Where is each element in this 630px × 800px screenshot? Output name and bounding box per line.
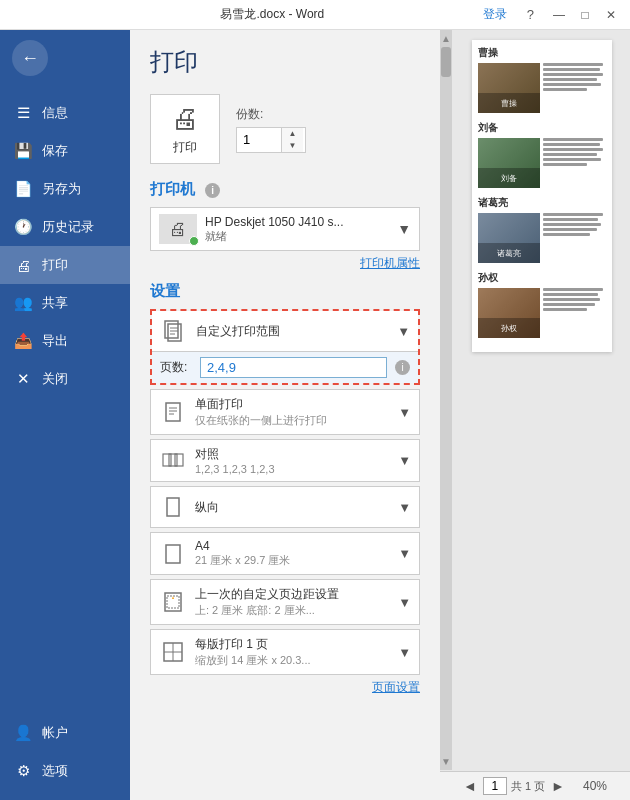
pages-per-sheet-row[interactable]: 每版打印 1 页 缩放到 14 厘米 x 20.3... ▼ bbox=[150, 629, 420, 675]
orientation-dropdown[interactable]: ▼ bbox=[398, 500, 411, 515]
pps-svg bbox=[162, 641, 184, 663]
sidebar-item-export[interactable]: 📤 导出 bbox=[0, 322, 130, 360]
paper-size-row[interactable]: A4 21 厘米 x 29.7 厘米 ▼ bbox=[150, 532, 420, 575]
single-side-row[interactable]: 单面打印 仅在纸张的一侧上进行打印 ▼ bbox=[150, 389, 420, 435]
svg-rect-13 bbox=[166, 545, 180, 563]
collate-row[interactable]: 对照 1,2,3 1,2,3 1,2,3 ▼ bbox=[150, 439, 420, 482]
margins-dropdown[interactable]: ▼ bbox=[398, 595, 411, 610]
main-content: 打印 🖨 打印 份数: ▲ ▼ bbox=[130, 30, 630, 800]
print-icon: 🖨 bbox=[14, 257, 32, 274]
login-link[interactable]: 登录 bbox=[477, 4, 513, 25]
char-image-zhuge: 诸葛亮 bbox=[478, 213, 540, 263]
orientation-icon bbox=[159, 493, 187, 521]
printer-selector[interactable]: 🖨 HP Deskjet 1050 J410 s... 就绪 ▼ bbox=[150, 207, 420, 251]
back-button[interactable]: ← bbox=[12, 40, 48, 76]
scroll-down-arrow[interactable]: ▼ bbox=[438, 753, 454, 770]
single-side-dropdown[interactable]: ▼ bbox=[398, 405, 411, 420]
margins-row[interactable]: 上一次的自定义页边距设置 上: 2 厘米 底部: 2 厘米... ▼ bbox=[150, 579, 420, 625]
custom-range-title: 自定义打印范围 bbox=[196, 323, 389, 340]
orientation-svg bbox=[162, 496, 184, 518]
char-image-caocao: 曹操 bbox=[478, 63, 540, 113]
print-action-area: 🖨 打印 份数: ▲ ▼ bbox=[150, 94, 420, 164]
char-image-sunquan: 孙权 bbox=[478, 288, 540, 338]
sidebar-item-save[interactable]: 💾 保存 bbox=[0, 132, 130, 170]
printer-dropdown-arrow[interactable]: ▼ bbox=[397, 221, 411, 237]
collate-icon bbox=[159, 447, 187, 475]
sidebar-item-print[interactable]: 🖨 打印 bbox=[0, 246, 130, 284]
minimize-btn[interactable]: — bbox=[548, 6, 570, 24]
printer-info-icon[interactable]: i bbox=[205, 183, 220, 198]
close-btn[interactable]: ✕ bbox=[600, 6, 622, 24]
page-settings-link[interactable]: 页面设置 bbox=[150, 679, 420, 696]
sidebar-item-saveas[interactable]: 📄 另存为 bbox=[0, 170, 130, 208]
page-range-input[interactable] bbox=[200, 357, 387, 378]
svg-rect-12 bbox=[167, 498, 179, 516]
sidebar-label-print: 打印 bbox=[42, 256, 68, 274]
scroll-track bbox=[441, 47, 451, 753]
print-button[interactable]: 🖨 打印 bbox=[150, 94, 220, 164]
sidebar-label-options: 选项 bbox=[42, 762, 68, 780]
preview-page: 曹操 曹操 bbox=[472, 40, 612, 352]
collate-sub: 1,2,3 1,2,3 1,2,3 bbox=[195, 463, 390, 475]
printer-status: 就绪 bbox=[205, 229, 389, 244]
svg-rect-10 bbox=[169, 454, 177, 466]
paper-size-icon bbox=[159, 540, 187, 568]
paper-size-sub: 21 厘米 x 29.7 厘米 bbox=[195, 553, 390, 568]
page-range-info-icon[interactable]: i bbox=[395, 360, 410, 375]
pages-label: 页数: bbox=[160, 359, 188, 376]
copies-spinners: ▲ ▼ bbox=[281, 128, 303, 152]
vertical-scrollbar[interactable]: ▲ ▼ bbox=[440, 30, 452, 770]
next-page-btn[interactable]: ► bbox=[551, 778, 565, 794]
paper-size-dropdown[interactable]: ▼ bbox=[398, 546, 411, 561]
copies-up-btn[interactable]: ▲ bbox=[282, 128, 303, 140]
dashed-settings-group: 自定义打印范围 ▼ 页数: i bbox=[150, 309, 420, 385]
current-page-input[interactable] bbox=[483, 777, 507, 795]
printer-properties-link[interactable]: 打印机属性 bbox=[150, 255, 420, 272]
sidebar-item-close[interactable]: ✕ 关闭 bbox=[0, 360, 130, 398]
scroll-thumb[interactable] bbox=[441, 47, 451, 77]
pps-dropdown[interactable]: ▼ bbox=[398, 645, 411, 660]
orientation-row[interactable]: 纵向 ▼ bbox=[150, 486, 420, 528]
custom-range-text: 自定义打印范围 bbox=[196, 323, 389, 340]
prev-page-btn[interactable]: ◄ bbox=[463, 778, 477, 794]
custom-range-row[interactable]: 自定义打印范围 ▼ bbox=[152, 311, 418, 351]
sidebar-item-account[interactable]: 👤 帐户 bbox=[0, 714, 130, 752]
sidebar-item-options[interactable]: ⚙ 选项 bbox=[0, 752, 130, 790]
close-doc-icon: ✕ bbox=[14, 370, 32, 388]
orientation-title: 纵向 bbox=[195, 499, 390, 516]
restore-btn[interactable]: □ bbox=[574, 6, 596, 24]
printer-status-dot bbox=[189, 236, 199, 246]
custom-range-dropdown[interactable]: ▼ bbox=[397, 324, 410, 339]
sidebar-top: ← bbox=[0, 30, 130, 94]
scroll-up-arrow[interactable]: ▲ bbox=[438, 30, 454, 47]
char-text-zhuge bbox=[543, 213, 606, 263]
printer-logo: 🖨 bbox=[159, 214, 197, 244]
sidebar: ← ☰ 信息 💾 保存 📄 另存为 🕐 历史记录 🖨 打印 bbox=[0, 30, 130, 800]
printer-info: HP Deskjet 1050 J410 s... 就绪 bbox=[205, 215, 389, 244]
margins-text: 上一次的自定义页边距设置 上: 2 厘米 底部: 2 厘米... bbox=[195, 586, 390, 618]
char-image-liubei: 刘备 bbox=[478, 138, 540, 188]
print-panel: 打印 🖨 打印 份数: ▲ ▼ bbox=[130, 30, 630, 800]
collate-dropdown[interactable]: ▼ bbox=[398, 453, 411, 468]
sidebar-item-history[interactable]: 🕐 历史记录 bbox=[0, 208, 130, 246]
char-text-liubei bbox=[543, 138, 606, 188]
svg-rect-5 bbox=[166, 403, 180, 421]
help-btn[interactable]: ? bbox=[521, 5, 540, 24]
preview-panel: ▲ ▼ 曹操 曹操 bbox=[440, 30, 630, 800]
sidebar-label-export: 导出 bbox=[42, 332, 68, 350]
copies-down-btn[interactable]: ▼ bbox=[282, 140, 303, 152]
pps-sub: 缩放到 14 厘米 x 20.3... bbox=[195, 653, 390, 668]
sidebar-item-info[interactable]: ☰ 信息 bbox=[0, 94, 130, 132]
sidebar-label-save: 保存 bbox=[42, 142, 68, 160]
copies-input[interactable] bbox=[237, 130, 281, 149]
pages-icon-svg bbox=[163, 320, 185, 342]
window-title: 易雪龙.docx - Word bbox=[68, 6, 477, 23]
titlebar: 易雪龙.docx - Word 登录 ? — □ ✕ bbox=[0, 0, 630, 30]
total-label: 共 1 页 bbox=[511, 779, 545, 794]
sidebar-item-share[interactable]: 👥 共享 bbox=[0, 284, 130, 322]
sidebar-label-close: 关闭 bbox=[42, 370, 68, 388]
margins-svg bbox=[162, 591, 184, 613]
margins-sub: 上: 2 厘米 底部: 2 厘米... bbox=[195, 603, 390, 618]
collate-title: 对照 bbox=[195, 446, 390, 463]
preview-bottom-nav: ◄ 共 1 页 ► 40% bbox=[440, 771, 630, 800]
